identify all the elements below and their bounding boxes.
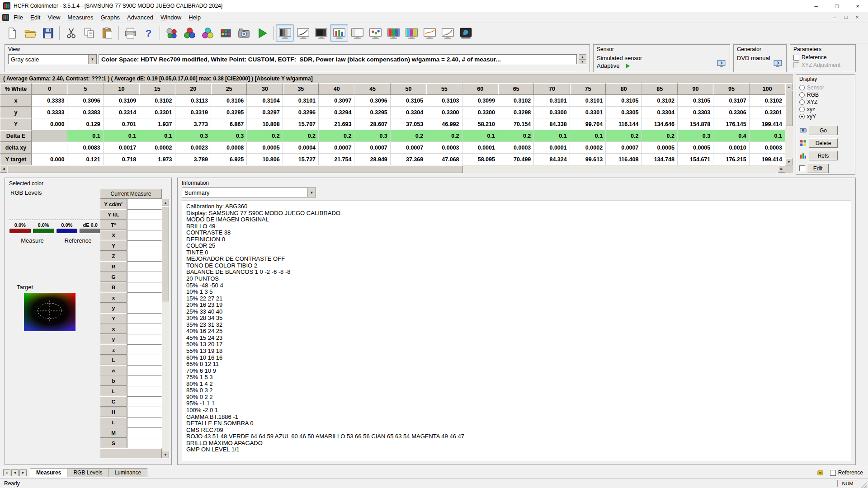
- measure-cell[interactable]: 0.3103: [426, 95, 462, 107]
- column-header[interactable]: 35: [283, 83, 319, 95]
- menu-measures[interactable]: Measures: [64, 13, 97, 22]
- measure-cell[interactable]: 0.2: [391, 130, 426, 142]
- measure-cell[interactable]: 0.0007: [354, 142, 390, 154]
- edit-button[interactable]: Edit: [807, 164, 829, 173]
- measure-cell[interactable]: 0.000: [32, 154, 67, 165]
- measure-cell[interactable]: 21.754: [319, 154, 354, 165]
- measure-cell[interactable]: 3.773: [175, 118, 211, 130]
- view-mode-dropdown[interactable]: Gray scale ▼: [8, 54, 97, 64]
- measure-cell[interactable]: 0.3319: [175, 107, 211, 118]
- resize-grip[interactable]: [860, 482, 867, 488]
- measure-cell[interactable]: 0.3102: [498, 95, 534, 107]
- measure-cell[interactable]: 0.2: [319, 130, 354, 142]
- menu-advanced[interactable]: Advanced: [123, 13, 157, 22]
- column-header[interactable]: 10: [104, 83, 139, 95]
- delete-button[interactable]: Delete: [809, 138, 838, 148]
- measure-cell[interactable]: 0.2: [606, 130, 642, 142]
- chevron-down-icon[interactable]: ▼: [307, 188, 316, 197]
- measure-cell[interactable]: 0.3105: [606, 95, 642, 107]
- measure-cell[interactable]: 176.215: [713, 154, 749, 165]
- measure-cell[interactable]: 134.646: [642, 118, 677, 130]
- measure-cell[interactable]: 0.3113: [175, 95, 211, 107]
- column-header[interactable]: 95: [713, 83, 749, 95]
- measure-cell[interactable]: 70.499: [498, 154, 534, 165]
- spinner-down-icon[interactable]: ▼: [579, 59, 586, 64]
- table-vertical-scrollbar[interactable]: ▲ ▼: [785, 83, 793, 165]
- measure-cell[interactable]: 0.0023: [175, 142, 211, 154]
- row-label[interactable]: Delta E: [0, 130, 32, 142]
- secondaries-icon[interactable]: [198, 24, 217, 42]
- measure-cell[interactable]: 37.369: [391, 154, 426, 165]
- measure-cell[interactable]: 0.3295: [354, 107, 390, 118]
- view-saturation-icon[interactable]: [366, 24, 384, 42]
- row-label[interactable]: y: [0, 107, 32, 118]
- column-header[interactable]: 85: [642, 83, 677, 95]
- measure-cell[interactable]: 0.0008: [211, 142, 247, 154]
- mdi-document-icon[interactable]: [2, 14, 9, 21]
- measure-cell[interactable]: 0.1: [570, 130, 606, 142]
- column-header[interactable]: 30: [247, 83, 283, 95]
- scroll-left-icon[interactable]: ◀: [0, 165, 7, 173]
- measure-cell[interactable]: 46.992: [426, 118, 462, 130]
- row-label[interactable]: x: [0, 95, 32, 107]
- measure-cell[interactable]: 15.727: [283, 154, 319, 165]
- display-option-xyz[interactable]: XYZ: [799, 99, 852, 106]
- measure-cell[interactable]: 0.0007: [606, 142, 642, 154]
- radio-icon[interactable]: [799, 99, 805, 105]
- column-header[interactable]: 55: [426, 83, 462, 95]
- measure-cell[interactable]: 0.2: [642, 130, 677, 142]
- measure-cell[interactable]: 0.3: [211, 130, 247, 142]
- current-measure-scroll-thumb[interactable]: [162, 206, 169, 301]
- radio-icon[interactable]: [799, 114, 805, 119]
- measure-cell[interactable]: 99.704: [570, 118, 606, 130]
- measure-cell[interactable]: [32, 130, 67, 142]
- measure-cell[interactable]: 0.3296: [283, 107, 319, 118]
- view-color-temperature-icon[interactable]: [420, 24, 439, 42]
- measure-cell[interactable]: 134.748: [642, 154, 677, 165]
- column-header[interactable]: 45: [354, 83, 390, 95]
- measure-cell[interactable]: 84.324: [534, 154, 570, 165]
- measure-cell[interactable]: [32, 142, 67, 154]
- measure-cell[interactable]: 0.3: [175, 130, 211, 142]
- measure-cell[interactable]: 0.3294: [319, 107, 354, 118]
- new-file-icon[interactable]: [3, 24, 21, 42]
- radio-icon[interactable]: [799, 92, 805, 98]
- measure-cell[interactable]: 0.0007: [391, 142, 426, 154]
- column-header[interactable]: 40: [319, 83, 354, 95]
- measure-cell[interactable]: 0.0003: [426, 142, 462, 154]
- view-rgb-histogram-icon[interactable]: [330, 24, 348, 42]
- measure-cell[interactable]: 0.3105: [391, 95, 426, 107]
- tab-measures[interactable]: Measures: [30, 468, 67, 477]
- measure-cell[interactable]: 0.3105: [678, 95, 713, 107]
- menu-file[interactable]: File: [10, 13, 27, 22]
- tab-scroll-right-icon[interactable]: ▶: [19, 469, 27, 476]
- measure-cell[interactable]: 28.949: [354, 154, 390, 165]
- camera-icon[interactable]: [235, 24, 253, 42]
- measure-cell[interactable]: 0.1: [534, 130, 570, 142]
- measure-cell[interactable]: 0.0005: [247, 142, 283, 154]
- statusbar-reference-row[interactable]: Reference: [830, 469, 863, 476]
- measure-cell[interactable]: 0.3102: [642, 95, 677, 107]
- measure-cell[interactable]: 0.718: [104, 154, 139, 165]
- current-measure-scrollbar[interactable]: ▲ ▼: [162, 199, 169, 458]
- print-icon[interactable]: [121, 24, 139, 42]
- measure-cell[interactable]: 0.0017: [104, 142, 139, 154]
- measure-cell[interactable]: 0.3301: [750, 107, 785, 118]
- measure-cell[interactable]: 84.338: [534, 118, 570, 130]
- scroll-down-icon[interactable]: ▼: [162, 451, 169, 458]
- vertical-scroll-thumb[interactable]: [785, 91, 793, 126]
- reference-checkbox[interactable]: [793, 55, 799, 61]
- measure-cell[interactable]: 99.613: [570, 154, 606, 165]
- display-option-xyz[interactable]: xyz: [799, 106, 852, 113]
- measure-cell[interactable]: 0.3104: [247, 95, 283, 107]
- spinner-up-icon[interactable]: ▲: [579, 54, 586, 59]
- scroll-right-icon[interactable]: ▶: [778, 165, 785, 173]
- sensor-start-icon[interactable]: [624, 63, 631, 69]
- close-button[interactable]: ×: [847, 0, 868, 12]
- measure-cell[interactable]: 116.408: [606, 154, 642, 165]
- view-near-white-icon[interactable]: [348, 24, 366, 42]
- save-icon[interactable]: [39, 24, 57, 42]
- column-header[interactable]: 100: [750, 83, 785, 95]
- measure-cell[interactable]: 58.210: [462, 118, 498, 130]
- open-file-icon[interactable]: [21, 24, 39, 42]
